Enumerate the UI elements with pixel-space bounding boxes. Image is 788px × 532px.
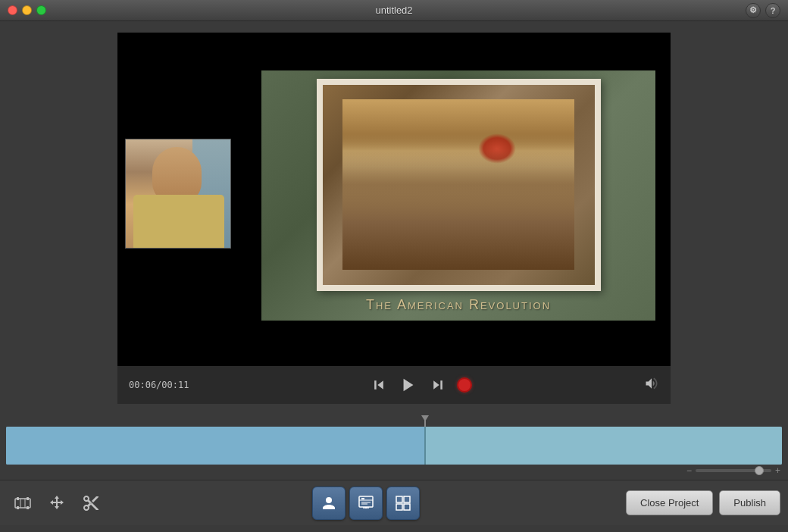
- layout-tool-button[interactable]: [386, 487, 420, 520]
- zoom-thumb: [755, 466, 764, 475]
- painting-figures: [342, 151, 574, 270]
- timeline-cursor: [424, 415, 426, 427]
- svg-rect-23: [404, 504, 410, 510]
- timeline-section: − +: [0, 412, 788, 480]
- play-button[interactable]: [398, 374, 419, 396]
- svg-marker-3: [433, 380, 439, 390]
- slide-area: The American Revolution: [261, 70, 655, 321]
- svg-rect-13: [359, 496, 373, 507]
- presenter-tool-button[interactable]: [312, 487, 346, 520]
- move-tool-button[interactable]: [42, 488, 72, 518]
- record-button[interactable]: [457, 377, 472, 393]
- svg-rect-6: [17, 497, 19, 500]
- timeline-zoom-bar: − +: [0, 465, 788, 476]
- svg-rect-15: [361, 498, 364, 499]
- svg-marker-0: [377, 380, 383, 390]
- close-button[interactable]: [8, 5, 17, 15]
- titlebar-controls[interactable]: ⚙ ?: [746, 3, 780, 18]
- right-action-buttons: Close Project Publish: [626, 490, 780, 515]
- publish-button[interactable]: Publish: [719, 490, 780, 515]
- video-controls: 00:06/00:11: [117, 366, 671, 404]
- film-tool-button[interactable]: [8, 488, 38, 518]
- painting-scene: [342, 99, 574, 269]
- svg-rect-1: [374, 380, 377, 390]
- webcam-body: [133, 195, 224, 248]
- time-display: 00:06/00:11: [129, 380, 197, 390]
- skip-forward-button[interactable]: [428, 375, 448, 395]
- timeline-track[interactable]: [6, 427, 782, 465]
- svg-marker-2: [404, 379, 414, 392]
- svg-rect-22: [396, 504, 402, 510]
- main-area: The American Revolution 00:06/00:11: [0, 21, 788, 532]
- playback-controls: [208, 374, 633, 396]
- svg-rect-21: [404, 496, 410, 502]
- svg-point-12: [326, 497, 332, 503]
- settings-icon[interactable]: ⚙: [746, 3, 761, 18]
- slide-frame: [317, 79, 601, 291]
- track-segment-left: [6, 427, 424, 465]
- cut-tool-button[interactable]: [76, 488, 106, 518]
- svg-rect-9: [27, 506, 29, 509]
- slide-title: The American Revolution: [366, 297, 551, 313]
- webcam-person-bg: [126, 139, 230, 248]
- bottom-toolbar: Close Project Publish: [0, 480, 788, 525]
- video-container: The American Revolution 00:06/00:11: [117, 33, 671, 404]
- svg-rect-8: [17, 506, 19, 509]
- title-bar: untitled2 ⚙ ?: [0, 0, 788, 21]
- maximize-button[interactable]: [36, 5, 46, 15]
- help-icon[interactable]: ?: [765, 3, 780, 18]
- svg-rect-20: [396, 496, 402, 502]
- track-segment-right: [426, 427, 782, 465]
- close-project-button[interactable]: Close Project: [626, 490, 713, 515]
- svg-rect-7: [27, 497, 29, 500]
- skip-back-button[interactable]: [369, 375, 389, 395]
- timeline-cursor-area[interactable]: [0, 415, 788, 427]
- video-display: The American Revolution: [117, 33, 671, 366]
- window-controls[interactable]: [8, 5, 46, 15]
- window-title: untitled2: [375, 5, 412, 16]
- slides-tool-button[interactable]: [349, 487, 383, 520]
- zoom-minus-icon[interactable]: −: [686, 465, 692, 476]
- zoom-plus-icon[interactable]: +: [775, 465, 780, 476]
- zoom-slider[interactable]: [696, 469, 771, 472]
- svg-rect-4: [440, 380, 442, 390]
- center-action-tools: [110, 487, 622, 520]
- volume-icon[interactable]: [644, 376, 659, 394]
- slide-image: [323, 85, 595, 285]
- preview-section: The American Revolution 00:06/00:11: [0, 21, 788, 412]
- minimize-button[interactable]: [22, 5, 32, 15]
- webcam-overlay: [125, 139, 231, 249]
